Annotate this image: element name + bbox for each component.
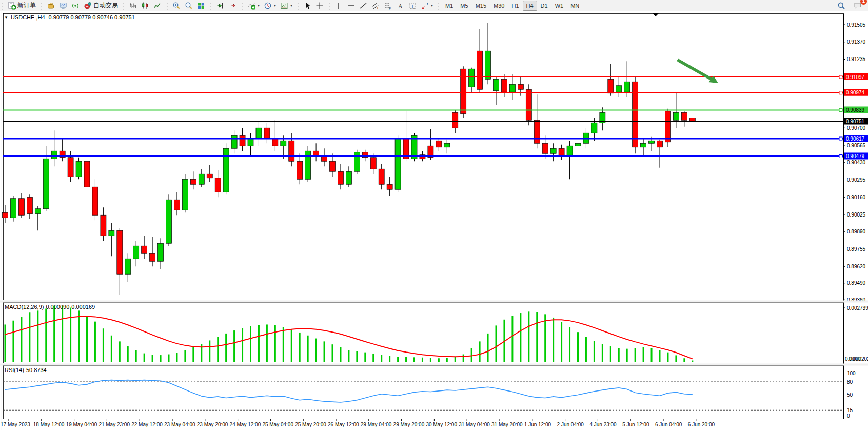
macd-histogram-bar (29, 312, 30, 362)
toolbar-drag-handle[interactable] (210, 2, 213, 10)
data-window-button[interactable] (57, 0, 69, 11)
periods-icon (264, 2, 272, 10)
collapse-triangle-icon[interactable]: ▼ (4, 15, 8, 20)
chevron-down-icon[interactable]: ▾ (258, 3, 260, 8)
hline-button[interactable] (345, 0, 357, 11)
trendline-button[interactable] (357, 0, 369, 11)
candle-bear (387, 184, 392, 189)
label-icon: T (408, 2, 417, 10)
macd-scale-top: 0.002739 (847, 305, 868, 311)
search-button[interactable] (835, 0, 847, 11)
candle-bear (681, 112, 687, 120)
periods-button[interactable]: ▾ (262, 0, 278, 11)
candle-bull (281, 141, 286, 146)
zoom-out-button[interactable] (183, 0, 195, 11)
shapes-button[interactable]: ▾ (419, 0, 435, 11)
time-axis-label: 31 May 04:00 (459, 422, 490, 427)
time-axis-label: 24 May 12:00 (230, 422, 261, 427)
fibonacci-button[interactable]: F (382, 0, 394, 11)
macd-pane[interactable] (4, 303, 844, 363)
candle-bear (142, 246, 147, 253)
toolbar-drag-handle[interactable] (123, 2, 126, 10)
new-order-button[interactable]: 新订单 (6, 0, 38, 11)
candle-bear (689, 118, 695, 122)
vline-button[interactable] (332, 0, 345, 11)
toolbar-drag-handle[interactable] (298, 2, 300, 10)
toolbar-drag-handle[interactable] (167, 2, 169, 10)
auto-scroll-button[interactable] (214, 0, 226, 11)
chart-canvas[interactable]: 0.915050.913700.912350.907000.905650.904… (0, 0, 868, 430)
macd-histogram-bar (233, 330, 235, 362)
toolbar-drag-handle[interactable] (329, 2, 331, 10)
bar-chart-button[interactable] (127, 0, 139, 11)
chevron-down-icon[interactable]: ▾ (274, 3, 276, 8)
candle-bull (550, 148, 556, 153)
macd-histogram-bar (340, 347, 341, 362)
candle-bull (158, 243, 164, 261)
timeframe-d1-button[interactable]: D1 (537, 1, 551, 11)
candle-bull (444, 143, 450, 147)
timeframe-h4-button[interactable]: H4 (523, 1, 537, 11)
text-button[interactable]: A (394, 0, 406, 11)
candle-bear (150, 253, 155, 261)
macd-histogram-bar (438, 358, 440, 362)
autotrading-button[interactable]: 自动交易 (82, 0, 120, 11)
pane-separator[interactable] (0, 364, 868, 366)
toolbar-drag-handle[interactable] (242, 2, 244, 10)
signals-button[interactable] (69, 0, 82, 11)
pane-separator[interactable] (0, 301, 868, 303)
candlestick-icon (141, 2, 149, 10)
chevron-down-icon[interactable]: ▾ (431, 3, 433, 8)
candle-bull (182, 179, 188, 210)
toolbar-drag-handle[interactable] (438, 2, 441, 10)
templates-button[interactable]: ▾ (278, 0, 294, 11)
market-watch-button[interactable] (45, 0, 57, 11)
macd-histogram-bar (553, 318, 554, 362)
cursor-button[interactable] (301, 0, 313, 11)
timeframe-h1-button[interactable]: H1 (508, 1, 522, 11)
toolbar-drag-handle[interactable] (2, 2, 5, 10)
timeframe-m30-button[interactable]: M30 (490, 1, 508, 11)
macd-histogram-bar (348, 350, 349, 362)
macd-histogram-bar (70, 308, 71, 362)
tile-windows-button[interactable] (195, 0, 207, 11)
rsi-pane[interactable] (4, 366, 844, 419)
hline-anchor[interactable] (839, 91, 842, 94)
time-axis-label: 23 May 04:00 (164, 422, 195, 427)
timeframe-m1-button[interactable]: M1 (442, 1, 457, 11)
bar-chart-icon (129, 2, 137, 10)
timeframe-w1-button[interactable]: W1 (551, 1, 567, 11)
candle-bear (101, 215, 106, 236)
timeframe-m5-button[interactable]: M5 (457, 1, 471, 11)
rsi-scale-label: 80 (847, 379, 853, 385)
macd-histogram-bar (683, 358, 685, 362)
candle-bull (231, 135, 237, 148)
line-chart-button[interactable] (151, 0, 164, 11)
trendline-icon (359, 2, 367, 10)
channel-button[interactable]: E (369, 0, 382, 11)
timeframe-m15-button[interactable]: M15 (472, 1, 490, 11)
hline-anchor[interactable] (839, 75, 842, 79)
search-icon (837, 2, 845, 10)
notifications-button[interactable]: 1 (852, 0, 864, 11)
timeframe-mn-button[interactable]: MN (567, 1, 583, 11)
macd-histogram-bar (225, 334, 227, 362)
chart-shift-button[interactable] (226, 0, 239, 11)
candlestick-button[interactable] (139, 0, 151, 11)
toolbar-drag-handle[interactable] (41, 2, 44, 10)
chevron-down-icon[interactable]: ▾ (290, 3, 292, 8)
macd-histogram-bar (111, 336, 112, 362)
hline-anchor[interactable] (839, 109, 842, 112)
crosshair-button[interactable] (313, 0, 326, 11)
candle-bear (330, 161, 336, 171)
label-button[interactable]: T (406, 0, 419, 11)
hline-anchor[interactable] (839, 155, 842, 158)
hline-anchor[interactable] (839, 137, 842, 140)
indicators-button[interactable]: ▾ (245, 0, 262, 11)
candle-bear (174, 200, 180, 210)
macd-histogram-bar (86, 316, 88, 362)
time-axis-label: 31 May 20:00 (491, 422, 523, 427)
time-axis-label: 1 Jun 12:00 (524, 422, 551, 427)
candle-bull (125, 259, 131, 274)
zoom-in-button[interactable] (170, 0, 183, 11)
